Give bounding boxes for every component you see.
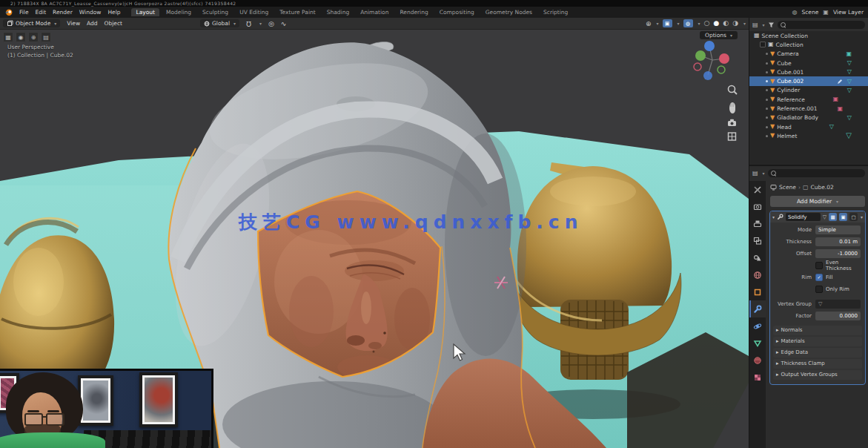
- xray-toggle[interactable]: ◍: [683, 19, 693, 27]
- properties-editor-icon[interactable]: ▤: [752, 170, 758, 177]
- outliner-row-scene-collection[interactable]: ▦ Scene Collection: [749, 31, 868, 40]
- display-render-toggle[interactable]: ▢: [849, 213, 858, 221]
- thickness-field[interactable]: 0.01 m: [815, 237, 861, 246]
- pan-hand-icon[interactable]: [729, 102, 735, 113]
- tab-object-data[interactable]: [749, 335, 766, 352]
- proportional-edit-icon[interactable]: ◎: [268, 20, 274, 27]
- transform-orientation-dropdown[interactable]: Global ▾: [200, 19, 239, 27]
- tab-material[interactable]: [749, 352, 766, 369]
- show-gizmo-icon[interactable]: ⊕: [646, 20, 652, 27]
- section-normals[interactable]: ▸ Normals: [773, 326, 862, 335]
- tab-uv-editing[interactable]: UV Editing: [235, 8, 273, 16]
- factor-field[interactable]: 0.0000: [815, 312, 861, 320]
- only-rim-checkbox[interactable]: [815, 286, 823, 293]
- gizmo-x-axis[interactable]: [719, 53, 729, 64]
- section-edge-data[interactable]: ▸ Edge Data: [773, 348, 862, 358]
- xray-chevron[interactable]: ▾: [698, 21, 700, 26]
- tab-object[interactable]: [749, 283, 766, 300]
- tab-texture-paint[interactable]: Texture Paint: [275, 8, 319, 16]
- add-modifier-button[interactable]: Add Modifier ▾: [770, 196, 865, 207]
- gizmo-y-axis[interactable]: [695, 50, 706, 61]
- outliner-row-reference[interactable]: ▼ Reference ▣: [749, 95, 868, 104]
- rim-fill-checkbox[interactable]: ✓: [815, 274, 823, 281]
- apply-on-cage-icon[interactable]: ▽: [823, 214, 826, 220]
- move-tool-icon[interactable]: ⊕: [28, 32, 39, 42]
- display-realtime-toggle[interactable]: ▣: [839, 213, 847, 221]
- menu-render[interactable]: Render: [53, 9, 73, 16]
- tab-render[interactable]: [749, 198, 766, 215]
- camera-view-icon[interactable]: [728, 119, 736, 126]
- breadcrumb-object[interactable]: Cube.02: [810, 184, 833, 191]
- tab-view-layer[interactable]: [749, 232, 766, 249]
- mode-dropdown-field[interactable]: Simple: [815, 225, 861, 234]
- editor-type-chevron[interactable]: ▾: [763, 22, 765, 27]
- menu-file[interactable]: File: [19, 9, 29, 16]
- proportional-falloff-icon[interactable]: ∿: [281, 20, 287, 27]
- section-output-vertex-groups[interactable]: ▸ Output Vertex Groups: [773, 370, 862, 380]
- tab-texture[interactable]: [749, 369, 766, 386]
- modifier-name-field[interactable]: Solidify: [786, 213, 821, 221]
- breadcrumb-scene[interactable]: Scene: [779, 184, 796, 191]
- shading-rendered-button[interactable]: ◑: [732, 20, 738, 27]
- outliner-row-cube001[interactable]: ▼ Cube.001 ▽: [749, 67, 868, 76]
- filter-icon[interactable]: [768, 22, 775, 28]
- menu-add[interactable]: Add: [87, 20, 98, 27]
- tab-physics[interactable]: [749, 317, 766, 335]
- tab-modeling[interactable]: Modeling: [162, 8, 196, 16]
- scene-selector[interactable]: Scene: [801, 9, 818, 16]
- gizmo-z-neg[interactable]: [703, 71, 712, 80]
- outliner-row-cylinder[interactable]: ▼ Cylinder ▽: [749, 86, 868, 95]
- gizmo-chevron[interactable]: ▾: [657, 21, 659, 26]
- shading-wireframe-button[interactable]: ○: [704, 20, 710, 27]
- outliner-editor-icon[interactable]: ▤: [752, 22, 758, 28]
- menu-edit[interactable]: Edit: [36, 9, 47, 16]
- navigation-gizmo[interactable]: [691, 39, 734, 82]
- tab-output[interactable]: [749, 215, 766, 232]
- tab-world[interactable]: [749, 266, 766, 283]
- snap-options-chevron[interactable]: ▾: [259, 21, 262, 26]
- tab-compositing[interactable]: Compositing: [435, 8, 479, 16]
- tab-rendering[interactable]: Rendering: [395, 8, 432, 16]
- outliner-row-camera[interactable]: ▼ Camera ▣: [749, 50, 868, 59]
- outliner-row-gladiator-body[interactable]: ▼ Gladiator Body ▽: [749, 113, 868, 122]
- modifier-header[interactable]: ▾ Solidify ▽ ▦ ▣ ▢ ▾: [770, 211, 865, 223]
- collection-checkbox[interactable]: [760, 42, 766, 47]
- section-materials[interactable]: ▸ Materials: [773, 337, 862, 346]
- expand-icon[interactable]: ▾: [772, 214, 775, 220]
- perspective-toggle-icon[interactable]: [729, 133, 736, 140]
- tab-scene[interactable]: [749, 249, 766, 266]
- tab-layout[interactable]: Layout: [131, 8, 159, 16]
- zoom-icon[interactable]: [729, 86, 738, 95]
- even-thickness-checkbox[interactable]: [815, 262, 823, 269]
- outliner-search-input[interactable]: [778, 21, 865, 29]
- properties-search-input[interactable]: [768, 169, 865, 177]
- outliner-row-head[interactable]: ▼ Head ▽: [749, 122, 868, 131]
- snap-magnet-icon[interactable]: Ω: [246, 20, 251, 27]
- shading-solid-button[interactable]: ●: [713, 20, 719, 27]
- mode-dropdown[interactable]: Object Mode ▾: [3, 19, 60, 27]
- outliner-row-reference001[interactable]: ▼ Reference.001 ▣: [749, 104, 868, 113]
- section-thickness-clamp[interactable]: ▸ Thickness Clamp: [773, 359, 862, 369]
- annotate-tool-icon[interactable]: ▤: [41, 32, 51, 42]
- menu-view[interactable]: View: [67, 20, 80, 27]
- tab-shading[interactable]: Shading: [322, 8, 354, 16]
- tab-modifiers[interactable]: [749, 300, 766, 317]
- shading-chevron[interactable]: ▾: [743, 21, 746, 26]
- modifier-extras-icon[interactable]: ▾: [861, 214, 863, 220]
- shading-material-button[interactable]: ◐: [723, 20, 729, 27]
- tab-animation[interactable]: Animation: [356, 8, 393, 16]
- menu-window[interactable]: Window: [79, 9, 102, 16]
- outliner-row-collection[interactable]: ▣ Collection: [749, 40, 868, 49]
- tab-scripting[interactable]: Scripting: [539, 8, 572, 16]
- gizmo-y-neg[interactable]: [718, 66, 725, 73]
- select-tool-icon[interactable]: ▦: [3, 32, 13, 42]
- outliner-row-cube[interactable]: ▼ Cube ▽: [749, 59, 868, 67]
- menu-help[interactable]: Help: [107, 9, 120, 16]
- offset-field[interactable]: -1.0000: [815, 249, 861, 258]
- show-overlays-toggle[interactable]: ▣: [663, 19, 672, 27]
- view-layer-selector[interactable]: View Layer: [833, 9, 864, 16]
- cursor-tool-icon[interactable]: ◉: [16, 32, 26, 42]
- outliner-row-cube002-selected[interactable]: ▼ Cube.002 ▽: [749, 76, 868, 85]
- tab-sculpting[interactable]: Sculpting: [198, 8, 233, 16]
- outliner-row-helmet[interactable]: ▼ Helmet ▽: [749, 131, 868, 140]
